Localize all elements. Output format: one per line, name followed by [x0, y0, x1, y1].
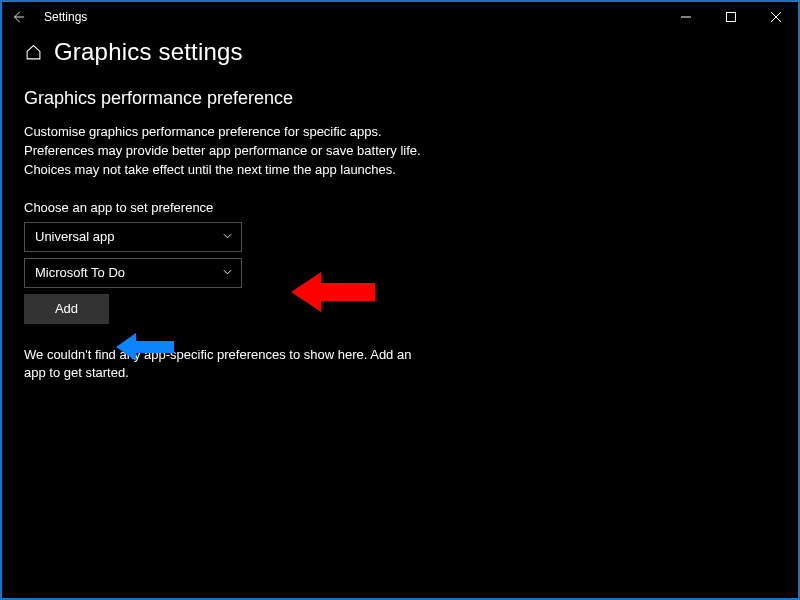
close-button[interactable]	[753, 2, 798, 32]
app-select-dropdown[interactable]: Microsoft To Do	[24, 258, 242, 288]
section-description: Customise graphics performance preferenc…	[24, 123, 424, 180]
arrow-left-icon	[11, 10, 25, 24]
section-title: Graphics performance preference	[24, 88, 776, 109]
page-title: Graphics settings	[54, 38, 243, 66]
add-button-label: Add	[55, 301, 78, 316]
minimize-icon	[681, 12, 691, 22]
empty-state-message: We couldn't find any app-specific prefer…	[24, 346, 424, 384]
svg-rect-1	[726, 13, 735, 22]
home-icon[interactable]	[24, 43, 42, 61]
maximize-button[interactable]	[708, 2, 753, 32]
maximize-icon	[726, 12, 736, 22]
chevron-down-icon	[222, 229, 233, 244]
content-area: Graphics settings Graphics performance p…	[2, 32, 798, 383]
chevron-down-icon	[222, 265, 233, 280]
window-title: Settings	[34, 10, 87, 24]
minimize-button[interactable]	[663, 2, 708, 32]
add-button[interactable]: Add	[24, 294, 109, 324]
app-type-selected: Universal app	[35, 229, 115, 244]
choose-app-label: Choose an app to set preference	[24, 200, 776, 215]
back-button[interactable]	[2, 2, 34, 32]
close-icon	[771, 12, 781, 22]
window-controls	[663, 2, 798, 32]
app-selected: Microsoft To Do	[35, 265, 125, 280]
settings-window: Settings Graphics settings Graphics perf…	[2, 2, 798, 598]
page-header: Graphics settings	[24, 38, 776, 66]
app-type-dropdown[interactable]: Universal app	[24, 222, 242, 252]
titlebar: Settings	[2, 2, 798, 32]
